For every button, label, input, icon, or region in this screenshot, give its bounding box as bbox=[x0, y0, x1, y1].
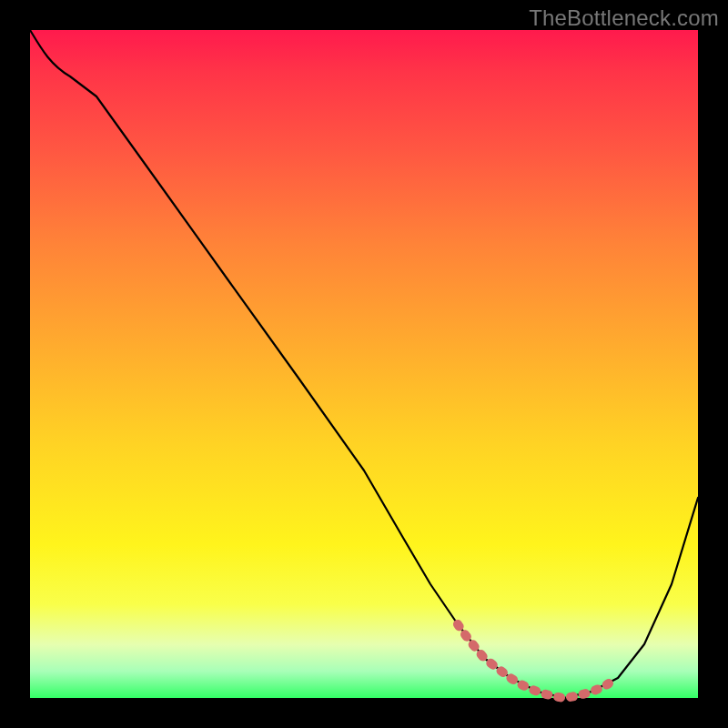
chart-frame: TheBottleneck.com bbox=[0, 0, 728, 728]
plot-area bbox=[30, 30, 698, 698]
highlight-segment bbox=[458, 624, 609, 698]
watermark-text: TheBottleneck.com bbox=[529, 5, 719, 31]
curve-svg bbox=[30, 30, 698, 698]
bottleneck-curve bbox=[30, 30, 698, 698]
